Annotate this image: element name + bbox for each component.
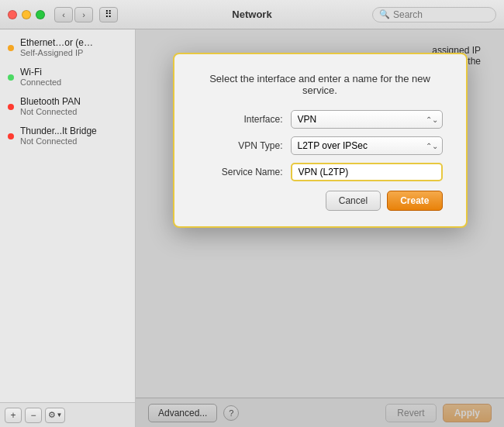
cancel-button[interactable]: Cancel	[326, 191, 381, 211]
status-dot-bluetooth	[8, 104, 14, 110]
search-icon: 🔍	[379, 9, 390, 19]
main-area: Ethernet…or (e… Self-Assigned IP Wi-Fi C…	[0, 29, 504, 427]
grid-button[interactable]: ⠿	[99, 7, 118, 22]
service-name-field: Service Name:	[198, 163, 443, 181]
sidebar-item-bluetooth-status: Not Connected	[20, 107, 81, 116]
remove-service-button[interactable]: −	[25, 408, 42, 423]
sidebar-item-wifi[interactable]: Wi-Fi Connected	[0, 62, 135, 91]
interface-field: Interface: VPN Ethernet Wi-Fi Bluetooth …	[198, 110, 443, 129]
search-bar[interactable]: 🔍	[372, 7, 496, 22]
vpn-type-select-wrapper: L2TP over IPSec IKEv2 Cisco IPSec ⌃⌄	[291, 136, 443, 155]
sidebar-item-ethernet-status: Self-Assigned IP	[20, 48, 93, 57]
traffic-lights	[8, 10, 45, 19]
interface-select[interactable]: VPN Ethernet Wi-Fi Bluetooth PAN	[291, 110, 443, 129]
service-name-input[interactable]	[291, 163, 443, 181]
sidebar-item-bluetooth[interactable]: Bluetooth PAN Not Connected	[0, 91, 135, 121]
status-dot-thunderbolt	[8, 133, 14, 139]
sidebar-item-thunderbolt-status: Not Connected	[20, 136, 97, 146]
sidebar-item-wifi-name: Wi-Fi	[20, 67, 61, 77]
plus-icon: +	[10, 410, 16, 421]
gear-icon: ⚙	[48, 410, 56, 420]
forward-icon: ›	[82, 10, 85, 19]
sidebar-item-ethernet-name: Ethernet…or (e…	[20, 37, 93, 48]
status-dot-wifi	[8, 74, 14, 81]
vpn-type-label: VPN Type:	[198, 140, 283, 151]
nav-buttons: ‹ ›	[54, 7, 93, 22]
content-panel: assigned IP nnect to the IP Address: Sub…	[136, 29, 504, 427]
create-button[interactable]: Create	[387, 191, 442, 211]
new-service-dialog: Select the interface and enter a name fo…	[173, 53, 468, 228]
vpn-type-field: VPN Type: L2TP over IPSec IKEv2 Cisco IP…	[198, 136, 443, 155]
sidebar-item-thunderbolt[interactable]: Thunder...It Bridge Not Connected	[0, 121, 135, 150]
search-input[interactable]	[393, 9, 489, 20]
maximize-button[interactable]	[36, 10, 45, 19]
close-button[interactable]	[8, 10, 17, 19]
dialog-title: Select the interface and enter a name fo…	[198, 73, 443, 96]
titlebar: ‹ › ⠿ Network 🔍	[0, 0, 504, 29]
window-title: Network	[232, 9, 271, 20]
sidebar-list: Ethernet…or (e… Self-Assigned IP Wi-Fi C…	[0, 29, 135, 402]
minus-icon: −	[30, 410, 36, 421]
sidebar-item-thunderbolt-name: Thunder...It Bridge	[20, 126, 97, 136]
interface-label: Interface:	[198, 114, 283, 125]
back-icon: ‹	[62, 10, 65, 19]
dialog-overlay: Select the interface and enter a name fo…	[136, 29, 504, 427]
sidebar-toolbar: + − ⚙ ▼	[0, 402, 135, 427]
interface-select-wrapper: VPN Ethernet Wi-Fi Bluetooth PAN ⌃⌄	[291, 110, 443, 129]
minimize-button[interactable]	[22, 10, 31, 19]
status-dot-ethernet	[8, 45, 14, 51]
sidebar-item-wifi-status: Connected	[20, 77, 61, 87]
vpn-type-select[interactable]: L2TP over IPSec IKEv2 Cisco IPSec	[291, 136, 443, 155]
service-name-label: Service Name:	[198, 167, 283, 177]
gear-menu-button[interactable]: ⚙ ▼	[45, 408, 65, 423]
sidebar-item-ethernet[interactable]: Ethernet…or (e… Self-Assigned IP	[0, 33, 135, 62]
dialog-form: Interface: VPN Ethernet Wi-Fi Bluetooth …	[198, 110, 443, 181]
grid-icon: ⠿	[105, 9, 112, 20]
sidebar: Ethernet…or (e… Self-Assigned IP Wi-Fi C…	[0, 29, 136, 427]
add-service-button[interactable]: +	[5, 408, 22, 423]
sidebar-item-bluetooth-name: Bluetooth PAN	[20, 96, 81, 107]
gear-chevron-icon: ▼	[57, 412, 63, 418]
back-button[interactable]: ‹	[54, 7, 73, 22]
forward-button[interactable]: ›	[74, 7, 93, 22]
dialog-buttons: Cancel Create	[198, 191, 443, 211]
